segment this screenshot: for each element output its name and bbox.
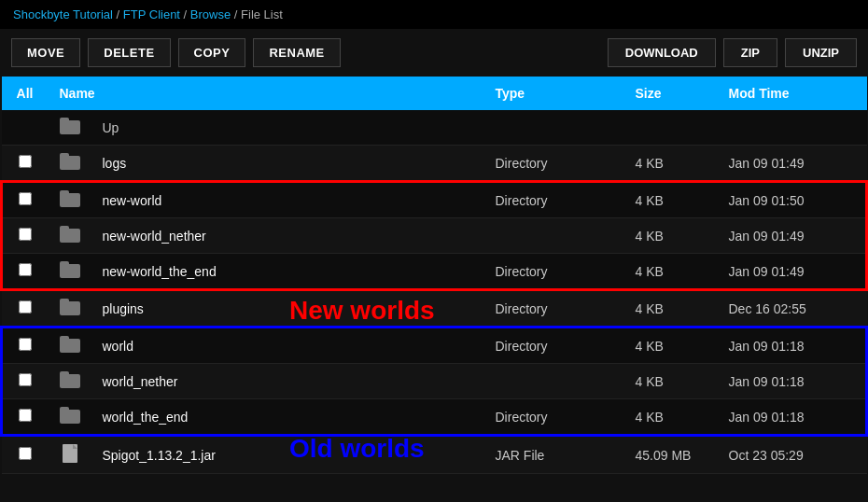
row-type <box>484 110 624 146</box>
header-all[interactable]: All <box>2 77 49 110</box>
breadcrumb-sep: / <box>117 7 123 21</box>
header-size: Size <box>624 77 718 110</box>
row-type <box>484 364 624 399</box>
file-table: All Name Type Size Mod Time Up <box>0 77 868 474</box>
row-mod-time: Jan 09 01:49 <box>718 146 867 182</box>
table-row[interactable]: plugins Directory 4 KB Dec 16 02:55 <box>2 290 867 328</box>
folder-icon <box>60 226 80 243</box>
breadcrumb-link[interactable]: Browse <box>190 7 231 21</box>
table-row[interactable]: world_nether 4 KB Jan 09 01:18 <box>2 364 867 399</box>
row-size: 4 KB <box>624 399 718 436</box>
row-checkbox[interactable] <box>19 263 32 276</box>
row-name: new-world_the_end <box>91 254 484 290</box>
row-name: world_the_end <box>91 399 484 436</box>
table-row[interactable]: world Directory 4 KB Jan 09 01:18 <box>2 328 867 364</box>
row-checkbox[interactable] <box>19 409 32 422</box>
row-checkbox-cell <box>2 110 49 146</box>
breadcrumb-link[interactable]: Shockbyte Tutorial <box>13 7 113 21</box>
table-row[interactable]: Up <box>2 110 867 146</box>
file-list-container: All Name Type Size Mod Time Up <box>0 77 868 474</box>
row-icon-cell <box>49 146 91 182</box>
row-type: Directory <box>484 290 624 328</box>
row-checkbox-cell[interactable] <box>2 254 49 290</box>
breadcrumb-bar: Shockbyte Tutorial / FTP Client / Browse… <box>0 0 868 29</box>
row-size: 45.09 MB <box>624 436 718 474</box>
row-checkbox-cell[interactable] <box>2 182 49 218</box>
row-icon-cell <box>49 399 91 436</box>
row-checkbox-cell[interactable] <box>2 146 49 182</box>
row-checkbox-cell[interactable] <box>2 218 49 254</box>
file-icon <box>63 444 77 463</box>
folder-icon <box>60 299 80 315</box>
row-checkbox[interactable] <box>19 228 32 241</box>
header-name: Name <box>49 77 484 110</box>
row-size: 4 KB <box>624 146 718 182</box>
row-checkbox[interactable] <box>19 300 32 314</box>
table-row[interactable]: world_the_end Directory 4 KB Jan 09 01:1… <box>2 399 867 436</box>
row-size: 4 KB <box>624 364 718 399</box>
table-row[interactable]: Spigot_1.13.2_1.jar JAR File 45.09 MB Oc… <box>2 436 867 474</box>
row-checkbox[interactable] <box>19 155 32 168</box>
row-size: 4 KB <box>624 182 718 218</box>
breadcrumb-link[interactable]: FTP Client <box>123 7 180 21</box>
folder-icon <box>60 261 80 278</box>
download-button[interactable]: DOWNLOAD <box>608 38 716 67</box>
table-row[interactable]: new-world Directory 4 KB Jan 09 01:50 <box>2 182 867 218</box>
breadcrumb-sep: / <box>184 7 190 21</box>
row-icon-cell <box>49 364 91 399</box>
row-type: Directory <box>484 328 624 364</box>
row-mod-time: Dec 16 02:55 <box>718 290 867 328</box>
row-icon-cell <box>49 436 91 474</box>
row-mod-time: Jan 09 01:50 <box>718 182 867 218</box>
table-row[interactable]: new-world_nether 4 KB Jan 09 01:49 <box>2 218 867 254</box>
folder-icon <box>60 336 80 353</box>
unzip-button[interactable]: UNZIP <box>785 38 857 67</box>
row-icon-cell <box>49 328 91 364</box>
row-name: logs <box>91 146 484 182</box>
row-mod-time: Jan 09 01:18 <box>718 328 867 364</box>
row-name: new-world_nether <box>91 218 484 254</box>
row-name: Spigot_1.13.2_1.jar <box>91 436 484 474</box>
row-icon-cell <box>49 182 91 218</box>
row-mod-time: Jan 09 01:18 <box>718 364 867 399</box>
row-type <box>484 218 624 254</box>
row-checkbox[interactable] <box>19 373 32 386</box>
breadcrumb-current: File List <box>241 7 283 21</box>
delete-button[interactable]: DELETE <box>88 38 170 67</box>
row-checkbox-cell[interactable] <box>2 290 49 328</box>
table-header-row: All Name Type Size Mod Time <box>2 77 867 110</box>
rename-button[interactable]: RENAME <box>253 38 340 67</box>
row-mod-time: Jan 09 01:49 <box>718 218 867 254</box>
row-checkbox[interactable] <box>19 338 32 351</box>
row-checkbox[interactable] <box>19 192 32 205</box>
header-type: Type <box>484 77 624 110</box>
toolbar: MOVE DELETE COPY RENAME DOWNLOAD ZIP UNZ… <box>0 29 868 77</box>
move-button[interactable]: MOVE <box>11 38 80 67</box>
table-row[interactable]: new-world_the_end Directory 4 KB Jan 09 … <box>2 254 867 290</box>
row-name: world <box>91 328 484 364</box>
row-name: world_nether <box>91 364 484 399</box>
row-icon-cell <box>49 290 91 328</box>
row-checkbox-cell[interactable] <box>2 436 49 474</box>
row-type: Directory <box>484 182 624 218</box>
breadcrumb-sep: / <box>234 7 241 21</box>
row-size: 4 KB <box>624 218 718 254</box>
row-type: JAR File <box>484 436 624 474</box>
copy-button[interactable]: COPY <box>178 38 246 67</box>
row-type: Directory <box>484 146 624 182</box>
row-checkbox-cell[interactable] <box>2 328 49 364</box>
row-mod-time: Oct 23 05:29 <box>718 436 867 474</box>
table-row[interactable]: logs Directory 4 KB Jan 09 01:49 <box>2 146 867 182</box>
row-mod-time <box>718 110 867 146</box>
row-checkbox-cell[interactable] <box>2 364 49 399</box>
row-size: 4 KB <box>624 328 718 364</box>
zip-button[interactable]: ZIP <box>723 38 777 67</box>
row-checkbox[interactable] <box>19 447 32 460</box>
header-mod-time: Mod Time <box>718 77 867 110</box>
row-checkbox-cell[interactable] <box>2 399 49 436</box>
row-size: 4 KB <box>624 290 718 328</box>
row-icon-cell <box>49 110 91 146</box>
row-mod-time: Jan 09 01:49 <box>718 254 867 290</box>
row-type: Directory <box>484 254 624 290</box>
folder-icon <box>60 118 80 134</box>
